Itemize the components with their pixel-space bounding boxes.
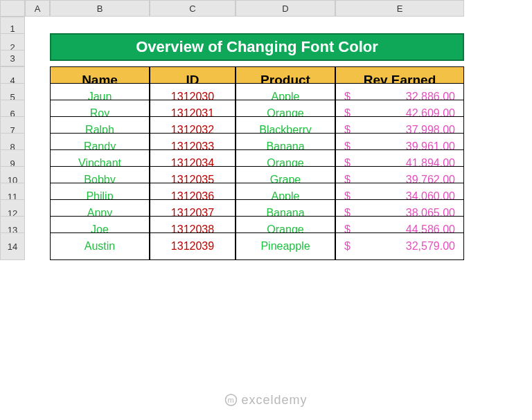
column-header-A[interactable]: A (25, 0, 50, 17)
cell-A3[interactable] (25, 50, 50, 66)
cell-E3[interactable] (335, 50, 464, 66)
cell-C3[interactable] (150, 50, 236, 66)
column-header-E[interactable]: E (335, 0, 464, 17)
svg-text:m: m (227, 396, 234, 404)
row-header-3[interactable]: 3 (0, 50, 25, 66)
column-header-C[interactable]: C (150, 0, 236, 17)
cell-D3[interactable] (236, 50, 335, 66)
watermark: m exceldemy (224, 393, 307, 408)
column-header-B[interactable]: B (50, 0, 150, 17)
data-name-cell[interactable]: Austin (50, 232, 150, 260)
cell-A14[interactable] (25, 232, 50, 260)
data-rev-cell[interactable]: $32,579.00 (335, 232, 464, 260)
data-product-cell[interactable]: Pineapple (236, 232, 335, 260)
select-all-corner[interactable] (0, 0, 25, 17)
svg-point-0 (225, 394, 236, 405)
data-id-cell[interactable]: 1312039 (150, 232, 236, 260)
rev-value: 32,579.00 (351, 240, 455, 253)
cell-B3[interactable] (50, 50, 150, 66)
row-header-14[interactable]: 14 (0, 232, 25, 260)
column-header-D[interactable]: D (236, 0, 335, 17)
currency-symbol: $ (344, 240, 351, 253)
